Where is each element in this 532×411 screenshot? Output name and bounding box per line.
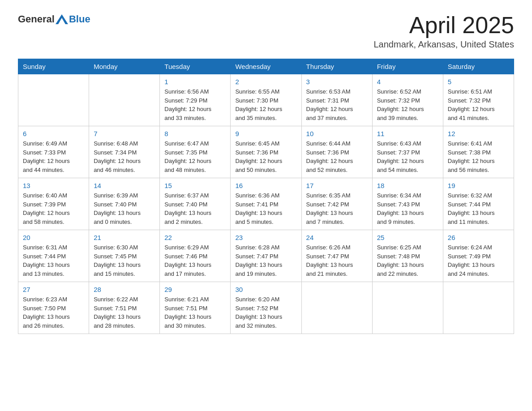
day-info: Sunrise: 6:47 AM Sunset: 7:35 PM Dayligh… <box>164 139 226 174</box>
logo-icon <box>56 14 68 24</box>
day-number: 8 <box>164 130 226 137</box>
day-info: Sunrise: 6:55 AM Sunset: 7:30 PM Dayligh… <box>235 87 296 122</box>
day-number: 26 <box>448 234 509 241</box>
day-number: 3 <box>306 78 368 86</box>
calendar-cell <box>18 74 89 126</box>
day-number: 14 <box>94 182 155 189</box>
day-number: 25 <box>377 234 438 241</box>
calendar-week-row: 13Sunrise: 6:40 AM Sunset: 7:39 PM Dayli… <box>18 178 514 230</box>
day-number: 29 <box>164 286 226 293</box>
calendar-cell: 26Sunrise: 6:24 AM Sunset: 7:49 PM Dayli… <box>443 230 514 282</box>
day-info: Sunrise: 6:22 AM Sunset: 7:51 PM Dayligh… <box>94 295 155 330</box>
day-number: 20 <box>23 234 84 241</box>
day-number: 13 <box>23 182 84 189</box>
day-info: Sunrise: 6:25 AM Sunset: 7:48 PM Dayligh… <box>377 243 438 278</box>
day-number: 21 <box>94 234 155 241</box>
day-info: Sunrise: 6:43 AM Sunset: 7:37 PM Dayligh… <box>377 139 438 174</box>
calendar-cell: 20Sunrise: 6:31 AM Sunset: 7:44 PM Dayli… <box>18 230 89 282</box>
day-number: 5 <box>448 78 509 86</box>
calendar-cell: 7Sunrise: 6:48 AM Sunset: 7:34 PM Daylig… <box>89 126 160 178</box>
day-info: Sunrise: 6:52 AM Sunset: 7:32 PM Dayligh… <box>377 87 438 122</box>
calendar-table: SundayMondayTuesdayWednesdayThursdayFrid… <box>18 59 514 334</box>
calendar-header-row: SundayMondayTuesdayWednesdayThursdayFrid… <box>18 59 514 74</box>
day-info: Sunrise: 6:41 AM Sunset: 7:38 PM Dayligh… <box>448 139 509 174</box>
day-info: Sunrise: 6:23 AM Sunset: 7:50 PM Dayligh… <box>23 295 84 330</box>
day-info: Sunrise: 6:39 AM Sunset: 7:40 PM Dayligh… <box>94 191 155 226</box>
day-info: Sunrise: 6:35 AM Sunset: 7:42 PM Dayligh… <box>306 191 368 226</box>
day-info: Sunrise: 6:31 AM Sunset: 7:44 PM Dayligh… <box>23 243 84 278</box>
calendar-cell: 25Sunrise: 6:25 AM Sunset: 7:48 PM Dayli… <box>372 230 443 282</box>
calendar-cell: 9Sunrise: 6:45 AM Sunset: 7:36 PM Daylig… <box>231 126 301 178</box>
calendar-cell: 1Sunrise: 6:56 AM Sunset: 7:29 PM Daylig… <box>160 74 231 126</box>
calendar-cell: 19Sunrise: 6:32 AM Sunset: 7:44 PM Dayli… <box>443 178 514 230</box>
calendar-cell: 22Sunrise: 6:29 AM Sunset: 7:46 PM Dayli… <box>160 230 231 282</box>
day-header-tuesday: Tuesday <box>160 59 231 74</box>
location-text: Landmark, Arkansas, United States <box>374 39 515 50</box>
calendar-cell <box>301 282 372 334</box>
logo-general-text: General <box>18 13 55 25</box>
page-header: General Blue April 2025 Landmark, Arkans… <box>18 13 514 50</box>
day-header-sunday: Sunday <box>18 59 89 74</box>
day-info: Sunrise: 6:29 AM Sunset: 7:46 PM Dayligh… <box>164 243 226 278</box>
day-info: Sunrise: 6:26 AM Sunset: 7:47 PM Dayligh… <box>306 243 368 278</box>
day-info: Sunrise: 6:36 AM Sunset: 7:41 PM Dayligh… <box>235 191 296 226</box>
calendar-cell <box>372 282 443 334</box>
calendar-cell: 29Sunrise: 6:21 AM Sunset: 7:51 PM Dayli… <box>160 282 231 334</box>
logo: General Blue <box>18 13 90 25</box>
calendar-cell: 8Sunrise: 6:47 AM Sunset: 7:35 PM Daylig… <box>160 126 231 178</box>
day-number: 30 <box>235 286 296 293</box>
day-info: Sunrise: 6:37 AM Sunset: 7:40 PM Dayligh… <box>164 191 226 226</box>
day-header-thursday: Thursday <box>301 59 372 74</box>
day-info: Sunrise: 6:24 AM Sunset: 7:49 PM Dayligh… <box>448 243 509 278</box>
calendar-cell: 2Sunrise: 6:55 AM Sunset: 7:30 PM Daylig… <box>231 74 301 126</box>
day-number: 27 <box>23 286 84 293</box>
title-section: April 2025 Landmark, Arkansas, United St… <box>374 13 515 50</box>
calendar-week-row: 20Sunrise: 6:31 AM Sunset: 7:44 PM Dayli… <box>18 230 514 282</box>
calendar-cell: 23Sunrise: 6:28 AM Sunset: 7:47 PM Dayli… <box>231 230 301 282</box>
day-info: Sunrise: 6:49 AM Sunset: 7:33 PM Dayligh… <box>23 139 84 174</box>
calendar-cell: 18Sunrise: 6:34 AM Sunset: 7:43 PM Dayli… <box>372 178 443 230</box>
calendar-cell <box>443 282 514 334</box>
day-number: 6 <box>23 130 84 137</box>
calendar-cell: 11Sunrise: 6:43 AM Sunset: 7:37 PM Dayli… <box>372 126 443 178</box>
day-info: Sunrise: 6:20 AM Sunset: 7:52 PM Dayligh… <box>235 295 296 330</box>
calendar-week-row: 27Sunrise: 6:23 AM Sunset: 7:50 PM Dayli… <box>18 282 514 334</box>
calendar-cell: 10Sunrise: 6:44 AM Sunset: 7:36 PM Dayli… <box>301 126 372 178</box>
day-number: 10 <box>306 130 368 137</box>
day-header-wednesday: Wednesday <box>231 59 301 74</box>
calendar-cell: 28Sunrise: 6:22 AM Sunset: 7:51 PM Dayli… <box>89 282 160 334</box>
day-number: 2 <box>235 78 296 86</box>
day-number: 1 <box>164 78 226 86</box>
day-number: 23 <box>235 234 296 241</box>
calendar-cell: 4Sunrise: 6:52 AM Sunset: 7:32 PM Daylig… <box>372 74 443 126</box>
day-info: Sunrise: 6:51 AM Sunset: 7:32 PM Dayligh… <box>448 87 509 122</box>
day-number: 24 <box>306 234 368 241</box>
day-number: 7 <box>94 130 155 137</box>
calendar-cell: 14Sunrise: 6:39 AM Sunset: 7:40 PM Dayli… <box>89 178 160 230</box>
day-number: 16 <box>235 182 296 189</box>
day-info: Sunrise: 6:45 AM Sunset: 7:36 PM Dayligh… <box>235 139 296 174</box>
day-info: Sunrise: 6:40 AM Sunset: 7:39 PM Dayligh… <box>23 191 84 226</box>
calendar-cell: 12Sunrise: 6:41 AM Sunset: 7:38 PM Dayli… <box>443 126 514 178</box>
day-number: 28 <box>94 286 155 293</box>
calendar-cell: 30Sunrise: 6:20 AM Sunset: 7:52 PM Dayli… <box>231 282 301 334</box>
calendar-cell: 15Sunrise: 6:37 AM Sunset: 7:40 PM Dayli… <box>160 178 231 230</box>
day-info: Sunrise: 6:53 AM Sunset: 7:31 PM Dayligh… <box>306 87 368 122</box>
calendar-cell: 13Sunrise: 6:40 AM Sunset: 7:39 PM Dayli… <box>18 178 89 230</box>
day-number: 12 <box>448 130 509 137</box>
day-number: 18 <box>377 182 438 189</box>
calendar-cell: 5Sunrise: 6:51 AM Sunset: 7:32 PM Daylig… <box>443 74 514 126</box>
calendar-cell: 3Sunrise: 6:53 AM Sunset: 7:31 PM Daylig… <box>301 74 372 126</box>
day-number: 11 <box>377 130 438 137</box>
day-number: 4 <box>377 78 438 86</box>
day-number: 22 <box>164 234 226 241</box>
calendar-week-row: 1Sunrise: 6:56 AM Sunset: 7:29 PM Daylig… <box>18 74 514 126</box>
day-number: 19 <box>448 182 509 189</box>
calendar-cell: 24Sunrise: 6:26 AM Sunset: 7:47 PM Dayli… <box>301 230 372 282</box>
day-info: Sunrise: 6:56 AM Sunset: 7:29 PM Dayligh… <box>164 87 226 122</box>
day-number: 9 <box>235 130 296 137</box>
day-info: Sunrise: 6:48 AM Sunset: 7:34 PM Dayligh… <box>94 139 155 174</box>
day-info: Sunrise: 6:21 AM Sunset: 7:51 PM Dayligh… <box>164 295 226 330</box>
day-info: Sunrise: 6:28 AM Sunset: 7:47 PM Dayligh… <box>235 243 296 278</box>
day-header-saturday: Saturday <box>443 59 514 74</box>
